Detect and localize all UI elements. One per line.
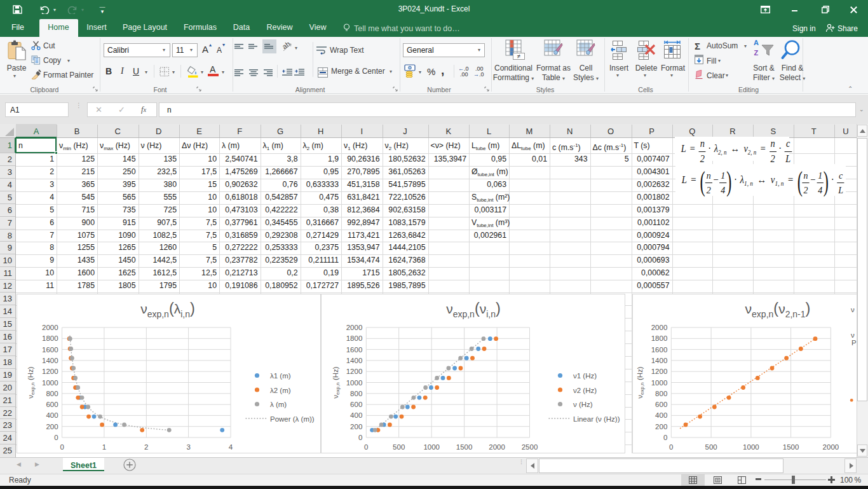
- svg-text:0: 0: [358, 434, 362, 441]
- svg-text:ν2 (Hz): ν2 (Hz): [573, 387, 597, 394]
- svg-text:1400: 1400: [346, 357, 363, 364]
- svg-text:2000: 2000: [42, 324, 58, 331]
- svg-text:2000: 2000: [346, 324, 363, 331]
- svg-text:1000: 1000: [346, 379, 363, 387]
- svg-text:400: 400: [655, 411, 667, 419]
- svg-text:1500: 1500: [783, 443, 799, 451]
- svg-text:400: 400: [46, 411, 58, 419]
- svg-text:500: 500: [705, 443, 717, 451]
- svg-text:200: 200: [350, 423, 362, 430]
- svg-text:1800: 1800: [346, 334, 363, 342]
- svg-text:800: 800: [655, 390, 667, 397]
- svg-text:1: 1: [102, 443, 106, 451]
- svg-text:0: 0: [669, 443, 673, 451]
- svg-text:200: 200: [46, 423, 58, 430]
- svg-text:Linear (ν (Hz)): Linear (ν (Hz)): [573, 415, 620, 423]
- svg-text:1800: 1800: [651, 334, 668, 342]
- svg-text:λ1 (m): λ1 (m): [270, 372, 291, 380]
- svg-text:0: 0: [54, 434, 58, 441]
- svg-text:1800: 1800: [42, 334, 58, 342]
- svg-text:1200: 1200: [42, 368, 58, 375]
- svg-text:0: 0: [60, 443, 64, 451]
- svg-text:ν1 (Hz): ν1 (Hz): [573, 372, 597, 380]
- svg-text:400: 400: [350, 411, 362, 419]
- svg-text:1000: 1000: [423, 443, 440, 451]
- svg-text:Power (λ (m)): Power (λ (m)): [270, 415, 315, 423]
- svg-text:500: 500: [393, 443, 405, 451]
- svg-text:4: 4: [229, 443, 233, 451]
- svg-text:λ2 (m): λ2 (m): [270, 387, 291, 394]
- svg-text:1500: 1500: [456, 443, 473, 451]
- svg-text:1600: 1600: [651, 346, 668, 354]
- svg-text:1000: 1000: [651, 379, 668, 387]
- svg-text:1000: 1000: [743, 443, 759, 451]
- svg-text:800: 800: [350, 390, 362, 397]
- svg-text:2: 2: [144, 443, 148, 451]
- svg-text:1200: 1200: [346, 368, 363, 375]
- svg-text:λ (m): λ (m): [270, 401, 287, 408]
- svg-text:600: 600: [350, 401, 362, 408]
- svg-text:1400: 1400: [651, 357, 668, 364]
- svg-text:2000: 2000: [651, 324, 668, 331]
- svg-text:1600: 1600: [42, 346, 58, 354]
- svg-text:0: 0: [663, 434, 667, 441]
- svg-text:0: 0: [364, 443, 368, 451]
- svg-text:800: 800: [46, 390, 58, 397]
- svg-text:1600: 1600: [346, 346, 363, 354]
- svg-text:2500: 2500: [522, 443, 538, 451]
- svg-text:3: 3: [186, 443, 190, 451]
- svg-text:1000: 1000: [42, 379, 58, 387]
- svg-text:2000: 2000: [489, 443, 505, 451]
- svg-text:ν (Hz): ν (Hz): [573, 401, 593, 408]
- svg-text:600: 600: [46, 401, 58, 408]
- svg-text:2000: 2000: [823, 443, 839, 451]
- svg-text:1400: 1400: [42, 357, 58, 364]
- svg-text:600: 600: [655, 401, 667, 408]
- svg-text:1200: 1200: [651, 368, 668, 375]
- svg-text:200: 200: [655, 423, 667, 430]
